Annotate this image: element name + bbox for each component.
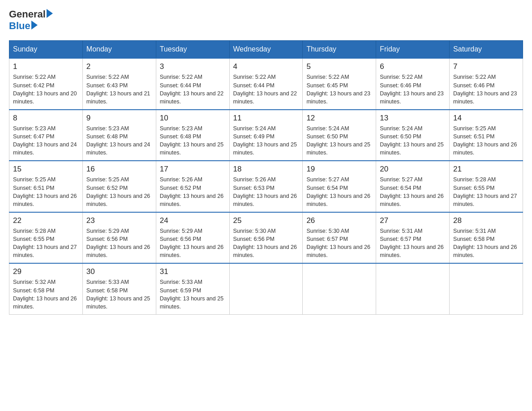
day-number: 7 [453, 62, 519, 71]
day-number: 15 [13, 165, 79, 174]
day-number: 4 [233, 62, 299, 71]
empty-cell [229, 263, 303, 314]
header-tuesday: Tuesday [156, 41, 229, 59]
day-info: Sunrise: 5:25 AMSunset: 6:52 PMDaylight:… [86, 176, 152, 208]
day-info: Sunrise: 5:33 AMSunset: 6:59 PMDaylight:… [160, 278, 226, 311]
day-cell-5: 5 Sunrise: 5:22 AMSunset: 6:45 PMDayligh… [303, 58, 376, 110]
day-number: 16 [86, 165, 152, 174]
logo: General Blue [9, 9, 53, 31]
day-number: 17 [160, 165, 226, 174]
day-info: Sunrise: 5:23 AMSunset: 6:48 PMDaylight:… [86, 124, 152, 157]
day-info: Sunrise: 5:22 AMSunset: 6:44 PMDaylight:… [160, 73, 226, 106]
day-info: Sunrise: 5:23 AMSunset: 6:47 PMDaylight:… [13, 124, 79, 157]
day-info: Sunrise: 5:31 AMSunset: 6:58 PMDaylight:… [453, 227, 519, 260]
day-info: Sunrise: 5:24 AMSunset: 6:50 PMDaylight:… [306, 124, 372, 157]
day-info: Sunrise: 5:27 AMSunset: 6:54 PMDaylight:… [306, 176, 372, 208]
day-cell-29: 29 Sunrise: 5:32 AMSunset: 6:58 PMDaylig… [9, 263, 83, 314]
day-number: 5 [306, 62, 372, 71]
day-cell-1: 1 Sunrise: 5:22 AMSunset: 6:42 PMDayligh… [9, 58, 83, 110]
header-friday: Friday [376, 41, 450, 59]
day-number: 9 [86, 114, 152, 123]
day-number: 19 [306, 165, 372, 174]
week-row-4: 22 Sunrise: 5:28 AMSunset: 6:55 PMDaylig… [9, 212, 523, 264]
day-cell-22: 22 Sunrise: 5:28 AMSunset: 6:55 PMDaylig… [9, 212, 83, 264]
day-number: 27 [380, 216, 446, 225]
day-number: 18 [233, 165, 299, 174]
day-cell-12: 12 Sunrise: 5:24 AMSunset: 6:50 PMDaylig… [303, 110, 376, 161]
day-cell-15: 15 Sunrise: 5:25 AMSunset: 6:51 PMDaylig… [9, 161, 83, 212]
day-cell-20: 20 Sunrise: 5:27 AMSunset: 6:54 PMDaylig… [376, 161, 450, 212]
day-number: 12 [306, 114, 372, 123]
day-cell-19: 19 Sunrise: 5:27 AMSunset: 6:54 PMDaylig… [303, 161, 376, 212]
day-info: Sunrise: 5:27 AMSunset: 6:54 PMDaylight:… [380, 176, 446, 208]
day-number: 6 [380, 62, 446, 71]
day-info: Sunrise: 5:25 AMSunset: 6:51 PMDaylight:… [13, 176, 79, 208]
day-number: 21 [453, 165, 519, 174]
logo-text-general: General [9, 9, 46, 20]
day-cell-25: 25 Sunrise: 5:30 AMSunset: 6:56 PMDaylig… [229, 212, 303, 264]
day-cell-17: 17 Sunrise: 5:26 AMSunset: 6:52 PMDaylig… [156, 161, 229, 212]
empty-cell [450, 263, 523, 314]
day-number: 1 [13, 62, 79, 71]
day-cell-23: 23 Sunrise: 5:29 AMSunset: 6:56 PMDaylig… [82, 212, 156, 264]
day-info: Sunrise: 5:32 AMSunset: 6:58 PMDaylight:… [13, 278, 79, 311]
calendar-table: SundayMondayTuesdayWednesdayThursdayFrid… [9, 40, 523, 315]
day-info: Sunrise: 5:26 AMSunset: 6:52 PMDaylight:… [160, 176, 226, 208]
week-row-5: 29 Sunrise: 5:32 AMSunset: 6:58 PMDaylig… [9, 263, 523, 314]
day-info: Sunrise: 5:33 AMSunset: 6:58 PMDaylight:… [86, 278, 152, 311]
day-cell-26: 26 Sunrise: 5:30 AMSunset: 6:57 PMDaylig… [303, 212, 376, 264]
week-row-2: 8 Sunrise: 5:23 AMSunset: 6:47 PMDayligh… [9, 110, 523, 161]
day-info: Sunrise: 5:28 AMSunset: 6:55 PMDaylight:… [453, 176, 519, 208]
day-info: Sunrise: 5:23 AMSunset: 6:48 PMDaylight:… [160, 124, 226, 157]
day-number: 25 [233, 216, 299, 225]
day-cell-31: 31 Sunrise: 5:33 AMSunset: 6:59 PMDaylig… [156, 263, 229, 314]
day-info: Sunrise: 5:31 AMSunset: 6:57 PMDaylight:… [380, 227, 446, 260]
week-row-3: 15 Sunrise: 5:25 AMSunset: 6:51 PMDaylig… [9, 161, 523, 212]
day-info: Sunrise: 5:24 AMSunset: 6:49 PMDaylight:… [233, 124, 299, 157]
header-row: SundayMondayTuesdayWednesdayThursdayFrid… [9, 41, 523, 59]
day-number: 24 [160, 216, 226, 225]
day-info: Sunrise: 5:22 AMSunset: 6:46 PMDaylight:… [380, 73, 446, 106]
day-cell-7: 7 Sunrise: 5:22 AMSunset: 6:46 PMDayligh… [450, 58, 523, 110]
calendar-header: SundayMondayTuesdayWednesdayThursdayFrid… [9, 41, 523, 59]
week-row-1: 1 Sunrise: 5:22 AMSunset: 6:42 PMDayligh… [9, 58, 523, 110]
day-number: 28 [453, 216, 519, 225]
calendar-body: 1 Sunrise: 5:22 AMSunset: 6:42 PMDayligh… [9, 58, 523, 314]
day-number: 10 [160, 114, 226, 123]
day-number: 2 [86, 62, 152, 71]
day-info: Sunrise: 5:30 AMSunset: 6:56 PMDaylight:… [233, 227, 299, 260]
day-number: 22 [13, 216, 79, 225]
day-cell-14: 14 Sunrise: 5:25 AMSunset: 6:51 PMDaylig… [450, 110, 523, 161]
day-info: Sunrise: 5:22 AMSunset: 6:43 PMDaylight:… [86, 73, 152, 106]
day-info: Sunrise: 5:30 AMSunset: 6:57 PMDaylight:… [306, 227, 372, 260]
day-cell-11: 11 Sunrise: 5:24 AMSunset: 6:49 PMDaylig… [229, 110, 303, 161]
header-monday: Monday [82, 41, 156, 59]
day-info: Sunrise: 5:24 AMSunset: 6:50 PMDaylight:… [380, 124, 446, 157]
header-thursday: Thursday [303, 41, 376, 59]
day-cell-27: 27 Sunrise: 5:31 AMSunset: 6:57 PMDaylig… [376, 212, 450, 264]
page-header: General Blue [9, 9, 523, 31]
day-cell-24: 24 Sunrise: 5:29 AMSunset: 6:56 PMDaylig… [156, 212, 229, 264]
day-number: 11 [233, 114, 299, 123]
day-number: 23 [86, 216, 152, 225]
day-number: 29 [13, 267, 79, 276]
empty-cell [303, 263, 376, 314]
logo-triangle-icon [47, 9, 53, 18]
logo-text-blue: Blue [9, 21, 30, 31]
day-cell-8: 8 Sunrise: 5:23 AMSunset: 6:47 PMDayligh… [9, 110, 83, 161]
day-info: Sunrise: 5:26 AMSunset: 6:53 PMDaylight:… [233, 176, 299, 208]
day-info: Sunrise: 5:28 AMSunset: 6:55 PMDaylight:… [13, 227, 79, 260]
day-number: 14 [453, 114, 519, 123]
day-cell-2: 2 Sunrise: 5:22 AMSunset: 6:43 PMDayligh… [82, 58, 156, 110]
day-info: Sunrise: 5:29 AMSunset: 6:56 PMDaylight:… [160, 227, 226, 260]
day-cell-13: 13 Sunrise: 5:24 AMSunset: 6:50 PMDaylig… [376, 110, 450, 161]
day-info: Sunrise: 5:29 AMSunset: 6:56 PMDaylight:… [86, 227, 152, 260]
day-cell-6: 6 Sunrise: 5:22 AMSunset: 6:46 PMDayligh… [376, 58, 450, 110]
day-cell-30: 30 Sunrise: 5:33 AMSunset: 6:58 PMDaylig… [82, 263, 156, 314]
day-info: Sunrise: 5:22 AMSunset: 6:44 PMDaylight:… [233, 73, 299, 106]
day-cell-28: 28 Sunrise: 5:31 AMSunset: 6:58 PMDaylig… [450, 212, 523, 264]
day-number: 8 [13, 114, 79, 123]
day-info: Sunrise: 5:22 AMSunset: 6:45 PMDaylight:… [306, 73, 372, 106]
day-number: 20 [380, 165, 446, 174]
day-number: 26 [306, 216, 372, 225]
